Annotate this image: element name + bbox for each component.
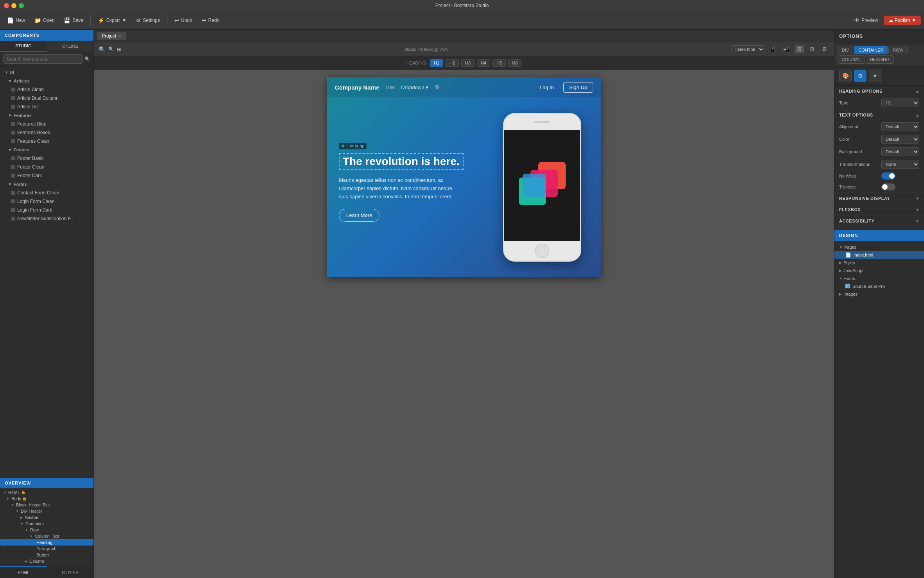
- move-icon[interactable]: ✥: [341, 144, 345, 149]
- new-button[interactable]: 📄 New: [3, 15, 29, 25]
- h6-button[interactable]: H6: [508, 59, 521, 67]
- maximize-button[interactable]: [19, 3, 24, 8]
- hero-login[interactable]: Log In: [540, 84, 554, 90]
- tree-column-text[interactable]: ▼ Column Text: [0, 533, 93, 539]
- design-file-index[interactable]: 📄 index.html: [834, 251, 924, 259]
- publish-button[interactable]: ☁ Publish ▼: [884, 16, 921, 25]
- gear-icon-button[interactable]: ⚙: [854, 70, 866, 82]
- hero-cta-button[interactable]: Learn More: [339, 209, 379, 222]
- tree-container[interactable]: ▼ Container: [0, 521, 93, 527]
- tablet-view-button[interactable]: 📲: [781, 45, 792, 53]
- component-footer-clean[interactable]: Footer Clean: [0, 163, 93, 171]
- canvas-tab-project[interactable]: Project ✕: [97, 32, 126, 40]
- transformations-select[interactable]: None: [881, 160, 919, 169]
- open-button[interactable]: 📁 Open: [31, 15, 58, 25]
- group-forms[interactable]: ▼ Forms: [0, 180, 93, 188]
- group-footers[interactable]: ▼ Footers: [0, 145, 93, 154]
- hero-heading[interactable]: The revolution is here.: [339, 153, 464, 170]
- group-articles[interactable]: ▼ Articles: [0, 77, 93, 85]
- tree-heading[interactable]: Heading: [0, 539, 93, 546]
- h1-button[interactable]: H1: [430, 59, 443, 67]
- studio-tab[interactable]: STUDIO: [0, 41, 47, 52]
- star-icon-button[interactable]: ✦: [869, 70, 881, 82]
- hero-paragraph[interactable]: Mauris egestas tellus non ex condimentum…: [339, 176, 456, 201]
- search-icon[interactable]: 🔍: [84, 56, 90, 62]
- design-font-source-sans[interactable]: 🅰 Source Sans Pro: [834, 282, 924, 290]
- desktop-large-button[interactable]: 🖥: [820, 45, 829, 53]
- opt-tab-container[interactable]: CONTAINER: [854, 46, 888, 54]
- component-features-blue[interactable]: Features Blue: [0, 120, 93, 128]
- search-input[interactable]: [3, 54, 83, 64]
- tree-div-header[interactable]: ▼ Div Header: [0, 508, 93, 514]
- tree-html[interactable]: ▼ HTML 🔒: [0, 489, 93, 495]
- tree-navbar[interactable]: ▶ Navbar: [0, 514, 93, 521]
- minimize-button[interactable]: [11, 3, 16, 8]
- h3-button[interactable]: H3: [461, 59, 475, 67]
- delete-icon[interactable]: 🗑: [360, 144, 364, 149]
- component-article-dual-column[interactable]: Article Dual Column: [0, 94, 93, 102]
- h2-button[interactable]: H2: [446, 59, 459, 67]
- component-article-clean[interactable]: Article Clean: [0, 85, 93, 94]
- tree-row[interactable]: ▼ Row: [0, 527, 93, 533]
- export-button[interactable]: ⚡ Export ▼: [94, 15, 131, 25]
- palette-icon-button[interactable]: 🎨: [839, 70, 852, 82]
- truncate-toggle[interactable]: [881, 183, 895, 190]
- grid-view-button[interactable]: ⊞: [117, 46, 122, 52]
- heading-options-header[interactable]: HEADING OPTIONS ▲: [834, 86, 924, 97]
- hero-search-icon[interactable]: 🔍: [435, 84, 441, 91]
- edit-icon[interactable]: ✏: [350, 144, 354, 149]
- tree-button[interactable]: Button: [0, 552, 93, 558]
- hero-nav-link[interactable]: Link: [385, 84, 395, 90]
- settings-button[interactable]: ⚙ Settings: [132, 15, 164, 25]
- design-javascript[interactable]: ▶ JavaScript: [834, 267, 924, 275]
- h4-button[interactable]: H4: [477, 59, 490, 67]
- component-features-boxed[interactable]: Features Boxed: [0, 128, 93, 137]
- accessibility-header[interactable]: ACCESSIBILITY ▼: [834, 215, 924, 226]
- background-select[interactable]: Default: [881, 147, 919, 156]
- component-login-form-dark[interactable]: Login Form Dark: [0, 206, 93, 214]
- tree-body[interactable]: ▼ Body 🔒: [0, 495, 93, 502]
- component-article-list[interactable]: Article List: [0, 102, 93, 111]
- color-select[interactable]: Default: [881, 135, 919, 144]
- alignment-select[interactable]: Default: [881, 122, 919, 131]
- redo-button[interactable]: ↪ Redo: [198, 15, 223, 25]
- component-footer-basic[interactable]: Footer Basic: [0, 154, 93, 163]
- undo-button[interactable]: ↩ Undo: [171, 15, 196, 25]
- hero-signup[interactable]: Sign Up: [563, 82, 593, 93]
- text-options-header[interactable]: TEXT OPTIONS ▲: [834, 109, 924, 120]
- type-select[interactable]: H1: [881, 99, 919, 107]
- tree-block[interactable]: ▼ Block Header Blue: [0, 502, 93, 508]
- design-images[interactable]: ▶ Images: [834, 290, 924, 298]
- copy-icon[interactable]: ⧉: [355, 144, 358, 149]
- mobile-view-button[interactable]: 📱: [768, 45, 778, 53]
- group-features[interactable]: ▼ Features: [0, 111, 93, 120]
- zoom-in-button[interactable]: 🔍: [108, 47, 114, 52]
- h5-button[interactable]: H5: [493, 59, 506, 67]
- opt-tab-div[interactable]: DIV: [838, 46, 853, 54]
- component-login-form-clean[interactable]: Login Form Clean: [0, 197, 93, 206]
- online-tab[interactable]: ONLINE: [47, 41, 94, 52]
- section-ui[interactable]: ▼ UI: [0, 68, 93, 77]
- close-button[interactable]: [4, 3, 9, 8]
- component-contact-form-clean[interactable]: Contact Form Clean: [0, 188, 93, 197]
- component-newsletter[interactable]: Newsletter Subscription F...: [0, 214, 93, 223]
- page-selector[interactable]: index.html: [731, 45, 764, 53]
- preview-button[interactable]: 👁 Preview: [850, 15, 882, 25]
- design-fonts[interactable]: ▼ Fonts: [834, 275, 924, 282]
- opt-tab-column[interactable]: COLUMN: [838, 55, 865, 64]
- component-features-clean[interactable]: Features Clean: [0, 137, 93, 145]
- nowrap-toggle[interactable]: [881, 172, 895, 180]
- opt-tab-heading[interactable]: HEADING: [866, 55, 894, 64]
- opt-tab-row[interactable]: ROW: [888, 46, 908, 54]
- component-footer-dark[interactable]: Footer Dark: [0, 171, 93, 180]
- tab-html[interactable]: HTML: [0, 566, 47, 578]
- tree-paragraph[interactable]: Paragraph: [0, 546, 93, 552]
- hero-nav-dropdown[interactable]: Dropdown ▾: [401, 84, 428, 90]
- responsive-header[interactable]: RESPONSIVE DISPLAY ▼: [834, 193, 924, 204]
- canvas-tab-close[interactable]: ✕: [119, 34, 122, 38]
- desktop-medium-button[interactable]: 🖥: [807, 45, 817, 53]
- flexbox-header[interactable]: FLEXBOX ▼: [834, 204, 924, 215]
- tab-styles[interactable]: STYLES: [47, 566, 94, 578]
- design-pages[interactable]: ▼ Pages: [834, 243, 924, 251]
- canvas-scroll[interactable]: Company Name Link Dropdown ▾ 🔍 Log In Si…: [94, 70, 834, 578]
